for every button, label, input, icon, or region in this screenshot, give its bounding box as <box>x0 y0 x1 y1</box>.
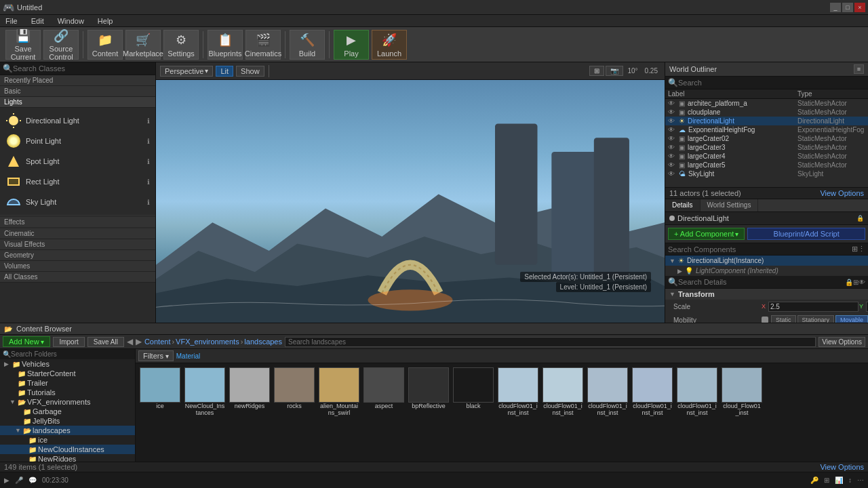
scale-x-input[interactable] <box>768 302 859 312</box>
viewport-main[interactable]: Selected Actor(s): Untitled_1 (Persisten… <box>156 80 665 323</box>
save-all-button[interactable]: Save All <box>87 337 124 347</box>
class-search-input[interactable] <box>13 64 153 73</box>
tree-vfx-environments[interactable]: ▼ 📂 VFX_environments <box>0 397 135 407</box>
viewport-grid-btn[interactable]: ⊞ <box>589 66 604 76</box>
tree-ice[interactable]: 📁 ice <box>0 435 135 445</box>
content-view-options-btn[interactable]: View Options <box>818 337 865 347</box>
outliner-item-5[interactable]: 👁 ▣ largeCrater3 StaticMeshActor <box>665 143 868 152</box>
build-button[interactable]: 🔨 Build <box>290 30 325 60</box>
static-button[interactable]: Static <box>771 315 796 323</box>
category-volumes[interactable]: Volumes <box>0 261 155 272</box>
save-current-button[interactable]: 💾 Save Current <box>5 30 41 60</box>
asset-item-6[interactable]: bpReflective <box>407 366 450 418</box>
asset-item-12[interactable]: cloudFlow01_inst_inst <box>675 366 719 418</box>
play-button[interactable]: ▶ Play <box>334 30 369 60</box>
filters-button[interactable]: Filters ▾ <box>138 350 174 361</box>
outliner-item-1[interactable]: 👁 ▣ cloudplane StaticMeshActor <box>665 108 868 117</box>
path-vfx[interactable]: VFX_environments <box>176 338 239 346</box>
show-button[interactable]: Show <box>236 66 264 77</box>
menu-file[interactable]: File <box>3 17 20 25</box>
tree-starter-content[interactable]: 📁 StarterContent <box>0 369 135 378</box>
category-lights[interactable]: Lights <box>0 97 155 108</box>
search-components-input[interactable] <box>668 245 852 253</box>
search-details-input[interactable] <box>678 278 845 286</box>
material-filter[interactable]: Material <box>176 352 201 360</box>
viewport-cam-btn[interactable]: 📷 <box>606 66 623 76</box>
comp-tree-item-0[interactable]: ▼ ☀ DirectionalLight(Instance) <box>665 256 868 266</box>
tree-landscapes[interactable]: ▼ 📂 landscapes <box>0 426 135 435</box>
transform-section-header[interactable]: ▼ Transform <box>665 289 868 300</box>
content-view-options[interactable]: View Options <box>820 463 864 471</box>
content-search-input[interactable] <box>285 337 816 347</box>
effects-header[interactable]: Effects <box>0 217 155 227</box>
add-new-button[interactable]: Add New ▾ <box>3 336 50 347</box>
outliner-item-2[interactable]: 👁 ☀ DirectionalLight DirectionalLight <box>665 117 868 125</box>
tree-new-ridges[interactable]: 📁 NewRidges <box>0 454 135 462</box>
asset-item-2[interactable]: newRidges <box>228 366 271 418</box>
tree-jellybits[interactable]: 📁 JellyBits <box>0 416 135 426</box>
asset-item-13[interactable]: cloud_Flow01_inst <box>720 366 764 418</box>
category-all-classes[interactable]: All Classes <box>0 272 155 283</box>
category-cinematic[interactable]: Cinematic <box>0 228 155 239</box>
asset-item-10[interactable]: cloudFlow01_inst_inst <box>586 366 629 418</box>
nav-forward-icon[interactable]: ▶ <box>136 337 142 346</box>
tree-trailer[interactable]: 📁 Trailer <box>0 378 135 388</box>
menu-help[interactable]: Help <box>95 17 116 25</box>
blueprint-button[interactable]: Blueprint/Add Script <box>747 228 865 240</box>
outliner-item-4[interactable]: 👁 ▣ largeCrater02 StaticMeshActor <box>665 134 868 143</box>
menu-window[interactable]: Window <box>55 17 87 25</box>
comp-tree-item-1[interactable]: ▶ 💡 LightComponent (Inherited) <box>665 266 868 276</box>
category-visual-effects[interactable]: Visual Effects <box>0 239 155 250</box>
tree-new-cloud[interactable]: 📁 NewCloudInstances <box>0 445 135 454</box>
light-item-sky[interactable]: Sky Light ℹ <box>0 192 155 212</box>
source-control-button[interactable]: 🔗 Source Control <box>43 30 79 60</box>
tree-garbage[interactable]: 📁 Garbage <box>0 407 135 416</box>
import-button[interactable]: Import <box>53 337 84 347</box>
content-button[interactable]: 📁 Content <box>87 30 123 60</box>
light-item-spot[interactable]: Spot Light ℹ <box>0 151 155 171</box>
path-root[interactable]: Content <box>144 338 171 346</box>
lit-button[interactable]: Lit <box>216 66 233 77</box>
asset-item-9[interactable]: cloudFlow01_inst_inst <box>541 366 585 418</box>
asset-item-1[interactable]: NewCloud_Instances <box>183 366 226 418</box>
perspective-button[interactable]: Perspective ▾ <box>160 66 213 77</box>
asset-item-0[interactable]: ice <box>138 366 182 418</box>
launch-button[interactable]: 🚀 Launch <box>372 30 407 60</box>
outliner-item-0[interactable]: 👁 ▣ architec_platform_a StaticMeshActor <box>665 99 868 108</box>
nav-back-icon[interactable]: ◀ <box>127 337 133 346</box>
asset-item-3[interactable]: rocks <box>273 366 316 418</box>
outliner-item-8[interactable]: 👁 🌤 SkyLight SkyLight <box>665 169 868 178</box>
movable-button[interactable]: Movable <box>835 315 868 323</box>
outliner-item-3[interactable]: 👁 ☁ ExponentialHeightFog ExponentialHeig… <box>665 125 868 134</box>
minimize-button[interactable]: _ <box>830 3 841 12</box>
asset-item-11[interactable]: cloudFlow01_inst_inst <box>631 366 674 418</box>
outliner-item-6[interactable]: 👁 ▣ largeCrater4 StaticMeshActor <box>665 152 868 161</box>
light-item-directional[interactable]: Directional Light ℹ <box>0 110 155 131</box>
tree-search-input[interactable] <box>11 350 132 358</box>
cinematics-button[interactable]: 🎬 Cinematics <box>245 30 281 60</box>
close-button[interactable]: × <box>854 3 865 12</box>
outliner-options-btn[interactable]: ≡ <box>854 64 864 74</box>
asset-item-8[interactable]: cloudFlow01_inst_inst <box>496 366 540 418</box>
asset-item-5[interactable]: aspect <box>362 366 406 418</box>
outliner-search-input[interactable] <box>678 79 865 87</box>
path-landscapes[interactable]: landscapes <box>244 338 282 346</box>
tab-world-settings[interactable]: World Settings <box>701 199 759 211</box>
asset-item-7[interactable]: black <box>452 366 495 418</box>
light-item-point[interactable]: Point Light ℹ <box>0 131 155 151</box>
tree-vehicles[interactable]: ▶ 📁 Vehicles <box>0 359 135 369</box>
view-options-link[interactable]: View Options <box>820 189 864 197</box>
blueprints-button[interactable]: 📋 Blueprints <box>208 30 243 60</box>
outliner-item-7[interactable]: 👁 ▣ largeCrater5 StaticMeshActor <box>665 161 868 169</box>
menu-edit[interactable]: Edit <box>28 17 47 25</box>
maximize-button[interactable]: □ <box>842 3 853 12</box>
add-component-button[interactable]: + Add Component ▾ <box>668 228 745 240</box>
light-item-rect[interactable]: Rect Light ℹ <box>0 171 155 192</box>
stationary-button[interactable]: Stationary <box>797 315 835 323</box>
category-recently-placed[interactable]: Recently Placed <box>0 75 155 86</box>
category-basic[interactable]: Basic <box>0 86 155 97</box>
settings-button[interactable]: ⚙ Settings <box>163 30 199 60</box>
asset-item-4[interactable]: alien_Mountains_swirl <box>317 366 361 418</box>
category-geometry[interactable]: Geometry <box>0 250 155 261</box>
marketplace-button[interactable]: 🛒 Marketplace <box>125 30 161 60</box>
